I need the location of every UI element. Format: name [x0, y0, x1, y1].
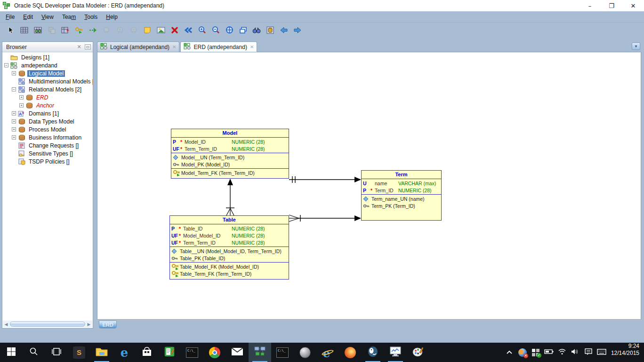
column-datatype: NUMERIC (28) — [232, 146, 287, 152]
tree-item-erd[interactable]: +ERD — [2, 93, 93, 101]
taskbar-chrome-icon[interactable] — [203, 343, 226, 362]
toolbar-zoom-out-icon[interactable] — [209, 25, 222, 36]
expand-icon[interactable]: + — [12, 127, 16, 132]
tab-erd-amdependand[interactable]: ERD (amdependand)✕ — [180, 41, 257, 52]
entity-term[interactable]: TermUnameVARCHAR (max)P*Term_IDNUMERIC (… — [361, 170, 442, 221]
menu-item-view[interactable]: View — [39, 12, 59, 22]
taskbar-green-editor-icon[interactable] — [158, 343, 181, 362]
start-icon — [7, 347, 16, 358]
toolbar-back-arrow-icon[interactable] — [278, 25, 290, 36]
tray-comment-icon[interactable] — [582, 348, 595, 357]
taskbar-sublime-text-icon[interactable]: S — [68, 343, 90, 362]
toolbar-image-icon[interactable] — [155, 25, 167, 36]
tree-item-data-types-model[interactable]: +Data Types Model — [2, 117, 93, 125]
toolbar-new-table-icon[interactable] — [18, 25, 31, 36]
tab-logical-amdependand[interactable]: Logical (amdependand)✕ — [97, 41, 179, 52]
expand-icon[interactable]: + — [12, 111, 16, 115]
tray-chevron-up-icon[interactable] — [503, 349, 516, 356]
taskbar-paint-icon[interactable] — [407, 343, 429, 362]
menu-item-tools[interactable]: Tools — [81, 12, 103, 22]
taskbar-mail-icon[interactable] — [226, 343, 249, 362]
collapse-icon[interactable]: − — [4, 63, 8, 67]
toolbar-zoom-in-icon[interactable] — [196, 25, 208, 36]
taskbar-file-explorer-icon[interactable] — [90, 343, 113, 362]
toolbar-note-icon[interactable] — [141, 25, 153, 36]
expand-icon[interactable]: + — [12, 71, 16, 75]
tab-close-icon[interactable]: ✕ — [250, 44, 254, 49]
taskbar-metallic-circle-app-icon[interactable] — [294, 343, 316, 362]
taskbar-search-icon[interactable] — [23, 343, 45, 362]
menu-item-team[interactable]: Team — [59, 12, 81, 22]
taskbar-system-monitor-icon[interactable] — [384, 343, 407, 362]
sensitive-types-icon — [18, 150, 25, 157]
menu-item-edit[interactable]: Edit — [20, 12, 39, 22]
tab-list-dropdown-button[interactable]: ▼ — [632, 42, 640, 50]
tree-scroll-thumb[interactable] — [10, 321, 85, 327]
tree-item-process-model[interactable]: +Process Model — [2, 125, 93, 133]
taskbar-start-icon[interactable] — [0, 343, 23, 362]
collapse-icon[interactable]: − — [12, 87, 16, 91]
tray-volume-icon[interactable] — [569, 348, 582, 356]
taskbar-postgresql-icon[interactable] — [362, 343, 384, 362]
expand-icon[interactable]: + — [12, 119, 16, 123]
entity-table[interactable]: TableP*Table_IDNUMERIC (28)UF*Model_Mode… — [169, 215, 289, 280]
browser-close-icon[interactable]: ✕ — [75, 44, 83, 50]
taskbar-windows-store-icon[interactable] — [136, 343, 158, 362]
tree-item-designs-1[interactable]: Designs [1] — [2, 53, 93, 61]
entity-model[interactable]: ModelP*Model_IDNUMERIC (28)UF*Term_Term_… — [171, 129, 289, 179]
taskbar-clock[interactable]: 9:24 12/14/2015 — [608, 343, 644, 362]
expand-icon[interactable]: + — [19, 103, 24, 107]
toolbar-pointer-icon[interactable] — [5, 25, 17, 36]
scroll-left-icon[interactable]: ◀ — [3, 322, 9, 327]
tree-item-change-requests[interactable]: Change Requests [] — [2, 141, 93, 149]
tree-item-relational-models-2[interactable]: −Relational Models [2] — [2, 85, 93, 93]
toolbar-fit-screen-icon[interactable] — [223, 25, 235, 36]
taskbar-firefox-icon[interactable] — [339, 343, 362, 362]
tree-item-sensitive-types[interactable]: Sensitive Types [] — [2, 149, 93, 157]
expand-icon[interactable]: + — [19, 95, 24, 99]
toolbar-delete-icon[interactable] — [169, 25, 181, 36]
toolbar-collapse-chevrons-icon[interactable] — [182, 25, 194, 36]
taskbar-data-modeler-icon[interactable] — [249, 343, 271, 362]
toolbar-fk-key-icon[interactable] — [73, 25, 85, 36]
tree-item-anchor[interactable]: +Anchor — [2, 101, 93, 109]
taskbar-task-view-icon[interactable] — [45, 343, 68, 362]
toolbar-cascade-windows-icon[interactable] — [237, 25, 249, 36]
taskbar-terminal-icon[interactable]: C:\_ — [271, 343, 294, 362]
toolbar-forward-arrow-icon[interactable] — [291, 25, 304, 36]
toolbar-table-properties-icon[interactable] — [59, 25, 72, 36]
tree-item-domains-1[interactable]: +A9Domains [1] — [2, 109, 93, 117]
close-button[interactable]: ✕ — [622, 0, 644, 11]
tree-horizontal-scrollbar[interactable]: ◀ ▶ — [3, 321, 92, 328]
tray-battery-icon[interactable] — [542, 349, 555, 356]
menu-item-help[interactable]: Help — [103, 12, 123, 22]
tray-notification-error-icon[interactable]: ✕ — [516, 348, 529, 357]
taskbar-internet-explorer-icon[interactable]: e — [316, 343, 339, 362]
erd-subview-tab[interactable]: ERD — [99, 321, 117, 329]
tree-item-business-information[interactable]: +Business Information — [2, 133, 93, 141]
tree-item-tsdp-policies[interactable]: TSDP Policies [] — [2, 157, 93, 165]
browser-minimize-icon[interactable]: ▭ — [85, 44, 91, 49]
taskbar-terminal-icon[interactable]: C:\_ — [181, 343, 203, 362]
model-cube-icon — [18, 70, 25, 77]
expand-icon[interactable]: + — [12, 135, 16, 140]
scroll-right-icon[interactable]: ▶ — [86, 322, 92, 327]
erd-canvas[interactable]: ModelP*Model_IDNUMERIC (28)UF*Term_Term_… — [97, 52, 641, 320]
minimize-button[interactable]: – — [579, 0, 601, 11]
tray-sync-ok-icon[interactable]: ✓ — [529, 348, 542, 357]
tree-item-logical-model[interactable]: +Logical Model — [2, 69, 93, 77]
toolbar-report-icon[interactable] — [264, 25, 276, 36]
restore-button[interactable]: ❐ — [601, 0, 622, 11]
tree-item-multidimensional-models[interactable]: Multidimensional Models [] — [2, 77, 93, 85]
tab-close-icon[interactable]: ✕ — [172, 44, 176, 49]
tray-keyboard-icon[interactable] — [595, 349, 608, 356]
tray-wifi-icon[interactable] — [555, 348, 569, 356]
toolbar-view-table-icon[interactable] — [32, 25, 44, 36]
toolbar-binoculars-search-icon[interactable] — [250, 25, 263, 36]
menu-item-file[interactable]: File — [3, 12, 20, 22]
taskbar-edge-icon[interactable]: e — [113, 343, 136, 362]
file-explorer-icon — [96, 346, 108, 358]
models-grid-icon — [18, 78, 25, 85]
tree-item-amdependand[interactable]: −amdependand — [2, 61, 93, 69]
toolbar-generate-icon[interactable] — [87, 25, 99, 36]
